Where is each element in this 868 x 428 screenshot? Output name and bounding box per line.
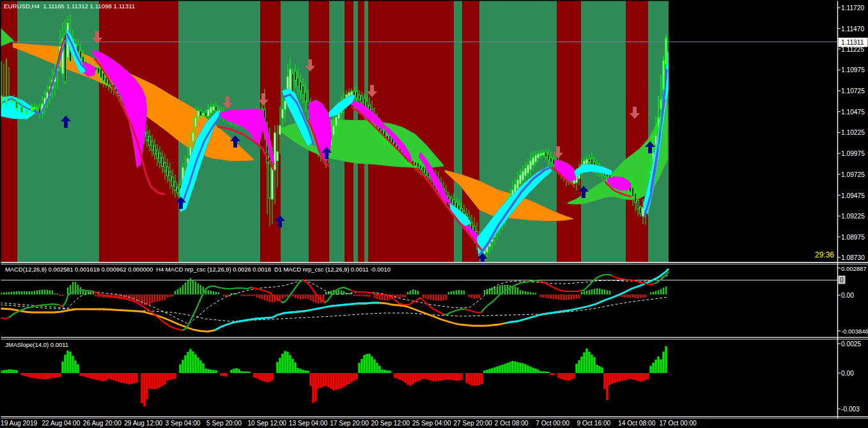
svg-text:14 Oct 08:00: 14 Oct 08:00	[618, 420, 656, 427]
svg-text:1.09975: 1.09975	[841, 150, 865, 157]
svg-text:27 Sep 20:00: 27 Sep 20:00	[453, 420, 492, 427]
svg-text:-0.003846: -0.003846	[841, 328, 868, 335]
svg-text:MACD(12,26,9) 0.002581 0.00161: MACD(12,26,9) 0.002581 0.001619 0.000962…	[5, 266, 391, 273]
svg-text:29 Aug 12:00: 29 Aug 12:00	[124, 420, 162, 427]
svg-text:17 Oct 00:00: 17 Oct 00:00	[659, 420, 697, 427]
svg-text:1.10475: 1.10475	[841, 109, 865, 116]
svg-text:20 Sep 12:00: 20 Sep 12:00	[371, 420, 410, 427]
svg-text:26 Aug 20:00: 26 Aug 20:00	[83, 420, 121, 427]
svg-text:10 Sep 12:00: 10 Sep 12:00	[247, 420, 286, 427]
svg-text:13 Sep 04:00: 13 Sep 04:00	[289, 420, 328, 427]
svg-text:3 Sep 04:00: 3 Sep 04:00	[166, 420, 201, 427]
svg-text:1.09475: 1.09475	[841, 192, 865, 199]
svg-text:1.11720: 1.11720	[841, 4, 864, 11]
svg-text:22 Aug 04:00: 22 Aug 04:00	[42, 420, 80, 427]
svg-text:1.09225: 1.09225	[841, 213, 865, 220]
svg-text:1.10725: 1.10725	[841, 88, 865, 95]
svg-text:0.00: 0.00	[841, 370, 854, 377]
svg-text:5 Sep 20:00: 5 Sep 20:00	[206, 420, 242, 427]
svg-text:1.08975: 1.08975	[841, 234, 865, 241]
svg-text:1.09725: 1.09725	[841, 171, 865, 178]
svg-text:1.11311: 1.11311	[841, 39, 864, 46]
svg-text:2 Oct 08:00: 2 Oct 08:00	[495, 420, 529, 427]
svg-text:1.10975: 1.10975	[841, 66, 865, 73]
svg-text:1.11470: 1.11470	[841, 26, 864, 33]
svg-text:EURUSD,H4 1.11165 1.11312 1.1: EURUSD,H4 1.11165 1.11312 1.11098 1.1131…	[4, 3, 135, 10]
svg-text:17 Sep 20:00: 17 Sep 20:00	[330, 420, 369, 427]
svg-text:9 Oct 16:00: 9 Oct 16:00	[577, 420, 611, 427]
svg-text:JMASlope(14,0) 0.0011: JMASlope(14,0) 0.0011	[5, 341, 68, 348]
svg-text:-0.003: -0.003	[841, 406, 860, 413]
svg-text:7 Oct 00:00: 7 Oct 00:00	[536, 420, 570, 427]
svg-text:0.0025: 0.0025	[841, 340, 861, 348]
svg-text:1.10225: 1.10225	[841, 129, 865, 136]
svg-text:29:36: 29:36	[815, 250, 834, 259]
svg-text:0.002887: 0.002887	[841, 265, 867, 272]
svg-text:19 Aug 2019: 19 Aug 2019	[1, 420, 38, 427]
svg-text:0.00: 0.00	[841, 292, 854, 299]
svg-text:0: 0	[840, 277, 844, 284]
svg-text:1.08730: 1.08730	[841, 254, 865, 261]
svg-text:25 Sep 04:00: 25 Sep 04:00	[412, 420, 451, 427]
